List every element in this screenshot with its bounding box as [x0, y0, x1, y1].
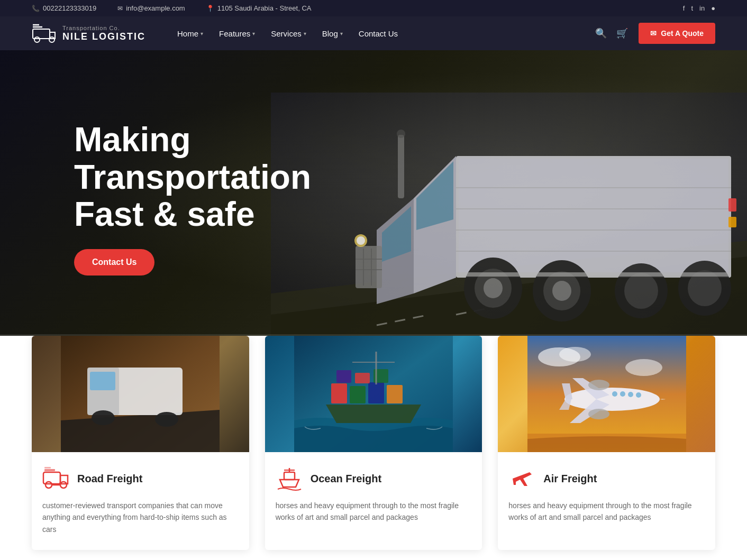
svg-rect-49	[331, 383, 347, 403]
main-nav: Home ▾ Features ▾ Services ▾ Blog ▾ Cont…	[177, 29, 585, 38]
logo[interactable]: Transportation Co. NILE LOGISTIC	[32, 23, 145, 44]
svg-point-43	[45, 482, 52, 488]
logo-company-type: Transportation Co.	[62, 25, 145, 31]
truck-icon-svg	[42, 465, 70, 492]
svg-rect-51	[368, 382, 384, 403]
get-quote-button[interactable]: ✉ Get A Quote	[639, 23, 715, 44]
location-icon: 📍	[206, 5, 214, 12]
nav-features-label: Features	[219, 29, 250, 38]
truck-svg	[271, 93, 747, 336]
svg-rect-50	[350, 386, 366, 403]
nav-contact-label: Contact Us	[359, 29, 398, 38]
svg-point-1	[34, 37, 40, 42]
nav-services-caret: ▾	[304, 31, 306, 36]
svg-rect-52	[387, 385, 403, 403]
svg-rect-31	[728, 198, 736, 212]
ocean-freight-desc: horses and heavy equipment through to th…	[276, 500, 472, 524]
logo-text: Transportation Co. NILE LOGISTIC	[62, 25, 145, 42]
svg-point-19	[552, 281, 571, 301]
quote-icon: ✉	[650, 29, 657, 38]
search-button[interactable]: 🔍	[595, 27, 607, 39]
svg-point-21	[624, 273, 658, 309]
svg-point-70	[620, 391, 625, 397]
nav-home[interactable]: Home ▾	[177, 29, 203, 38]
air-freight-title: Air Freight	[543, 473, 597, 485]
svg-point-71	[612, 391, 617, 397]
service-card-air: Air Freight horses and heavy equipment t…	[498, 336, 715, 550]
hero-cta-button[interactable]: Contact Us	[74, 249, 154, 276]
svg-point-64	[625, 359, 662, 376]
road-freight-header: Road Freight	[42, 465, 239, 492]
svg-rect-46	[44, 469, 55, 471]
address-text: 1105 Saudi Arabia - Street, CA	[217, 4, 312, 12]
nav-features[interactable]: Features ▾	[219, 29, 255, 38]
facebook-link[interactable]: f	[683, 4, 685, 12]
phone-number: 00222123333019	[43, 4, 96, 12]
svg-point-41	[155, 412, 178, 427]
svg-point-30	[357, 236, 365, 245]
address-item: 📍 1105 Saudi Arabia - Street, CA	[206, 4, 312, 12]
ocean-freight-body: Ocean Freight horses and heavy equipment…	[265, 452, 482, 538]
svg-point-34	[397, 130, 405, 138]
ocean-freight-header: Ocean Freight	[276, 465, 472, 492]
rss-link[interactable]: ●	[711, 4, 715, 12]
nav-services[interactable]: Services ▾	[271, 29, 306, 38]
email-address: info@example.com	[126, 4, 185, 12]
svg-point-40	[92, 410, 115, 425]
plane-icon-svg	[508, 465, 536, 492]
nav-features-caret: ▾	[252, 31, 255, 36]
svg-rect-24	[356, 246, 382, 288]
air-freight-body: Air Freight horses and heavy equipment t…	[498, 452, 715, 538]
svg-rect-39	[90, 372, 115, 390]
airplane-svg	[527, 336, 686, 452]
email-item: ✉ info@example.com	[117, 4, 185, 12]
linkedin-link[interactable]: in	[699, 4, 705, 12]
twitter-link[interactable]: t	[691, 4, 693, 12]
service-card-road: Road Freight customer-reviewed transport…	[32, 336, 249, 550]
road-truck-svg	[61, 336, 220, 452]
hero-title: Making Transportation Fast & safe	[74, 121, 311, 233]
svg-rect-42	[43, 472, 60, 484]
svg-rect-9	[459, 159, 728, 275]
air-freight-desc: horses and heavy equipment through to th…	[508, 500, 705, 524]
services-grid: Road Freight customer-reviewed transport…	[32, 336, 715, 550]
nav-home-caret: ▾	[201, 31, 203, 36]
email-icon: ✉	[117, 5, 123, 12]
svg-point-67	[588, 380, 609, 390]
road-freight-title: Road Freight	[77, 473, 142, 485]
phone-item: 📞 00222123333019	[32, 4, 96, 12]
services-section: Road Freight customer-reviewed transport…	[0, 336, 747, 560]
ocean-freight-title: Ocean Freight	[311, 473, 381, 485]
ocean-ship-svg	[294, 336, 453, 452]
svg-rect-33	[398, 135, 404, 198]
road-freight-desc: customer-reviewed transport companies th…	[42, 500, 239, 535]
svg-rect-35	[456, 272, 731, 277]
phone-icon: 📞	[32, 5, 40, 12]
svg-point-16	[484, 278, 503, 298]
air-freight-image	[498, 336, 715, 452]
top-bar: 📞 00222123333019 ✉ info@example.com 📍 11…	[0, 0, 747, 16]
ocean-freight-image	[265, 336, 482, 452]
svg-point-2	[49, 37, 54, 42]
nav-services-label: Services	[271, 29, 302, 38]
nav-home-label: Home	[177, 29, 198, 38]
nav-blog-caret: ▾	[340, 31, 343, 36]
road-freight-body: Road Freight customer-reviewed transport…	[32, 452, 249, 550]
hero-title-line2: Transportation	[74, 158, 311, 196]
nav-contact[interactable]: Contact Us	[359, 29, 398, 38]
hero-title-line1: Making	[74, 121, 190, 159]
hero-truck-illustration	[271, 93, 747, 336]
hero-section: Making Transportation Fast & safe Contac…	[0, 50, 747, 336]
hero-title-line3: Fast & safe	[74, 195, 254, 233]
cart-button[interactable]: 🛒	[616, 27, 628, 39]
svg-rect-47	[44, 467, 51, 469]
road-freight-icon	[42, 465, 70, 492]
svg-point-63	[559, 347, 591, 362]
get-quote-label: Get A Quote	[661, 29, 704, 38]
svg-rect-53	[336, 370, 351, 383]
logo-name: NILE LOGISTIC	[62, 31, 145, 42]
nav-blog-label: Blog	[322, 29, 338, 38]
hero-content: Making Transportation Fast & safe Contac…	[0, 111, 311, 275]
nav-blog[interactable]: Blog ▾	[322, 29, 343, 38]
nav-icons: 🔍 🛒	[595, 27, 628, 39]
